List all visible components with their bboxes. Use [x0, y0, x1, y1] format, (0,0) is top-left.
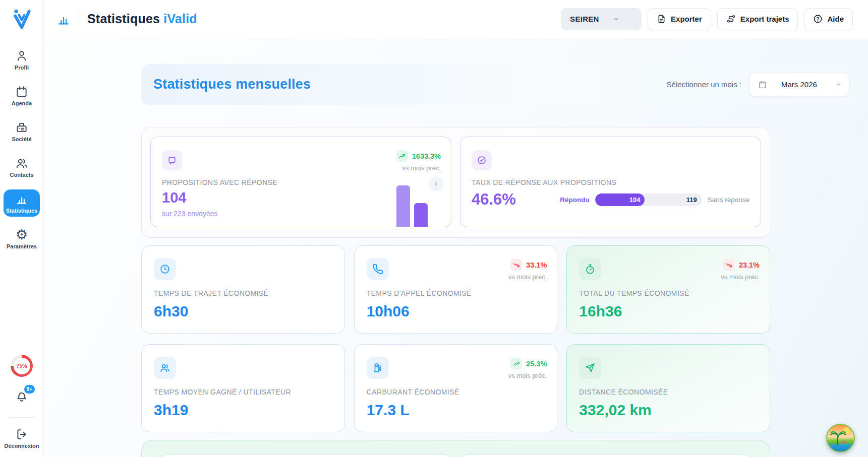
sidebar-item-agenda[interactable]: Agenda: [4, 82, 40, 109]
card-value: 3h19: [154, 402, 332, 419]
section-header: Statistiques mensuelles Sélectionner un …: [141, 64, 855, 105]
calendar-icon: [15, 85, 28, 98]
help-button[interactable]: Aide: [804, 8, 853, 30]
calendar-small-icon: [758, 80, 767, 89]
trend-value: 25.3%: [526, 360, 547, 368]
card-label: TEMPS DE TRAJET ÉCONOMISÉ: [154, 289, 332, 297]
check-circle-icon: [472, 150, 492, 170]
sidebar: Profil Agenda Société Contacts: [0, 0, 44, 457]
company-select[interactable]: SEIREN: [561, 8, 642, 30]
navigation-icon: [579, 357, 601, 379]
brand-text: iValid: [163, 12, 197, 26]
export-trips-button-label: Export trajets: [740, 15, 789, 23]
fuel-pump-icon: [367, 357, 389, 379]
palm-tree-icon: [829, 428, 849, 448]
response-rate-card: TAUX DE RÉPONSE AUX PROPOSITIONS 46.6% R…: [460, 137, 761, 227]
propositions-group: PROPOSITIONS AVEC RÉPONSE 104 sur 223 en…: [141, 127, 770, 238]
trend-caption: vs mois préc.: [402, 164, 441, 172]
call-time-card: TEMPS D'APPEL ÉCONOMISÉ 10h06 33.1% vs m…: [354, 245, 558, 334]
trend-up-icon: [510, 358, 522, 369]
sidebar-item-label: Statistiques: [6, 208, 37, 214]
card-detail-button[interactable]: [429, 176, 444, 191]
trend-down-icon: [510, 259, 522, 271]
sidebar-item-societe[interactable]: Société: [4, 118, 40, 145]
help-button-label: Aide: [827, 15, 844, 23]
trend-badge: 33.1% vs mois préc.: [508, 259, 547, 281]
trend-value: 23.1%: [739, 261, 760, 269]
card-label: DISTANCE ÉCONOMISÉE: [579, 388, 758, 396]
avg-time-user-card: TEMPS MOYEN GAGNÉ / UTILISATEUR 3h19: [141, 344, 345, 432]
total-time-card: TOTAL DU TEMPS ÉCONOMISÉ 16h36 23.1% vs …: [566, 245, 770, 334]
users-icon: [15, 157, 28, 170]
mini-bar-chart: [396, 185, 428, 227]
response-progress: Répondu 104 119 Sans réponse: [560, 193, 749, 206]
phone-icon: [367, 258, 389, 280]
usage-percent: 75%: [14, 358, 30, 374]
notifications-badge: 9+: [24, 385, 35, 394]
bar-chart-icon: [15, 192, 28, 206]
logout-label: Déconnexion: [4, 443, 39, 449]
app-window: Profil Agenda Société Contacts: [0, 0, 868, 457]
header-divider: [79, 12, 79, 26]
sidebar-item-label: Société: [12, 136, 31, 142]
route-icon: [726, 14, 736, 24]
sidebar-item-contacts[interactable]: Contacts: [4, 154, 40, 181]
stats-row-2: TEMPS DE TRAJET ÉCONOMISÉ 6h30 TEMPS D'A…: [141, 245, 770, 334]
trend-caption: vs mois préc.: [508, 273, 547, 281]
chevron-down-icon: [612, 16, 619, 23]
progress-unanswered: 119: [645, 193, 702, 206]
vacation-floating-button[interactable]: [826, 424, 855, 452]
logout-button[interactable]: Déconnexion: [4, 428, 39, 449]
stats-header-icon: [56, 12, 71, 26]
ivalid-logo-icon: [11, 8, 33, 30]
app-logo[interactable]: [0, 0, 43, 38]
gear-icon: ⚙: [16, 228, 28, 241]
section-title: Statistiques mensuelles: [153, 77, 311, 92]
trend-badge: 23.1% vs mois préc.: [721, 259, 760, 281]
trend-caption: vs mois préc.: [508, 372, 547, 379]
trend-up-icon: [396, 150, 408, 162]
page-title: Statistiques iValid: [87, 12, 197, 26]
main-content: Statistiques mensuelles Sélectionner un …: [43, 38, 868, 457]
export-trips-button[interactable]: Export trajets: [717, 8, 798, 30]
sidebar-item-label: Agenda: [12, 100, 32, 106]
trend-value: 33.1%: [526, 261, 547, 269]
card-label: TEMPS D'APPEL ÉCONOMISÉ: [367, 289, 545, 297]
user-icon: [15, 49, 28, 62]
answered-count: 104: [629, 196, 641, 204]
file-icon: [657, 14, 666, 24]
sidebar-item-parametres[interactable]: ⚙ Paramètres: [4, 225, 40, 252]
progress-answered: 104: [595, 193, 645, 206]
logout-icon: [15, 428, 28, 441]
travel-time-card: TEMPS DE TRAJET ÉCONOMISÉ 6h30: [141, 245, 345, 334]
notifications-button[interactable]: 9+: [15, 389, 29, 403]
distance-card: DISTANCE ÉCONOMISÉE 332,02 km: [566, 344, 770, 432]
card-value: 332,02 km: [579, 402, 758, 419]
card-label: CARBURANT ÉCONOMISÉ: [367, 388, 545, 396]
stats-grid: PROPOSITIONS AVEC RÉPONSE 104 sur 223 en…: [141, 127, 770, 457]
fuel-card: CARBURANT ÉCONOMISÉ 17.3 L 25.3% vs mois…: [354, 344, 558, 432]
sidebar-item-statistiques[interactable]: Statistiques: [4, 189, 40, 217]
sidebar-item-label: Contacts: [10, 172, 33, 178]
card-value: 17.3 L: [367, 402, 545, 419]
page-title-text: Statistiques: [87, 12, 160, 26]
stats-row-3: TEMPS MOYEN GAGNÉ / UTILISATEUR 3h19 CAR…: [141, 344, 770, 432]
card-value: 6h30: [154, 303, 332, 320]
progress-bar: 104 119: [595, 193, 702, 206]
month-picker-label: Sélectionner un mois :: [667, 80, 741, 89]
sidebar-item-label: Profil: [15, 64, 29, 71]
card-label: TEMPS MOYEN GAGNÉ / UTILISATEUR: [154, 388, 332, 396]
fax-icon: [15, 121, 28, 134]
month-select[interactable]: Mars 2026: [749, 73, 849, 97]
unanswered-label: Sans réponse: [708, 196, 749, 204]
chat-bubble-icon: [162, 150, 182, 170]
card-label: TOTAL DU TEMPS ÉCONOMISÉ: [579, 289, 758, 297]
chevron-right-icon: [433, 181, 439, 187]
answered-label: Répondu: [560, 196, 590, 204]
export-button[interactable]: Exporter: [648, 8, 711, 30]
sidebar-item-profil[interactable]: Profil: [4, 46, 40, 74]
app-header: Statistiques iValid SEIREN Exporter: [43, 0, 868, 38]
next-section-card: [141, 440, 770, 457]
stopwatch-icon: [579, 258, 601, 280]
users-icon: [154, 357, 176, 379]
